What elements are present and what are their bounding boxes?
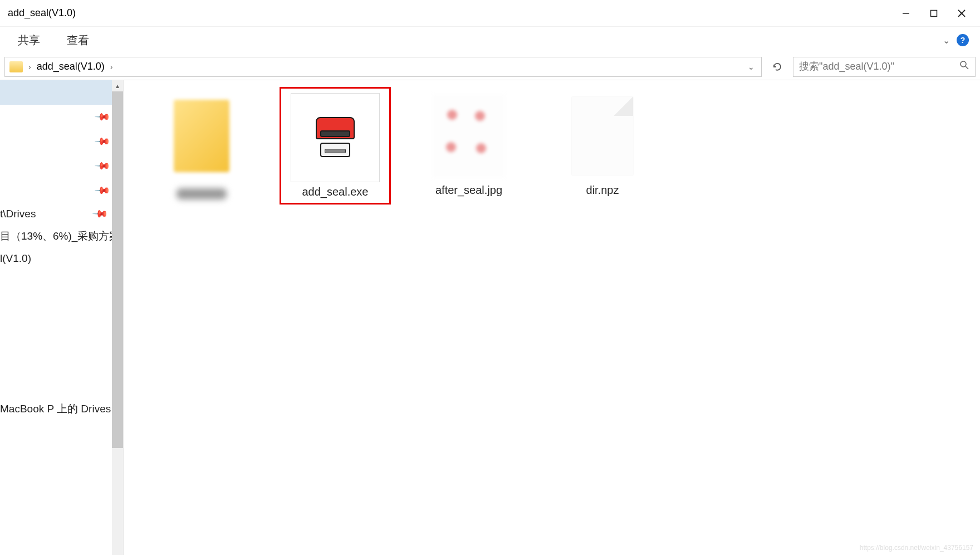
image-thumb [424,91,513,181]
file-name: dir.npz [586,184,619,197]
sidebar-item-label: t\Drives [0,208,36,220]
pin-icon: 📌 [91,205,109,222]
file-item-add-seal-exe[interactable]: add_seal.exe [280,87,391,205]
svg-point-4 [961,61,966,67]
sidebar-item-drives[interactable]: t\Drives 📌 [0,203,123,225]
sidebar-pinned-item[interactable]: 📌 [0,178,123,203]
sidebar-item-label: MacBook P 上的 Drives [0,402,111,416]
folder-thumb [157,91,246,181]
menu-share[interactable]: 共享 [18,33,40,48]
file-item-after-seal-jpg[interactable]: after_seal.jpg [413,87,525,201]
file-name: add_seal.exe [302,186,369,198]
help-icon[interactable]: ? [957,34,969,46]
titlebar: add_seal(V1.0) [0,0,980,27]
minimize-button[interactable] [892,3,920,23]
sidebar-item-project[interactable]: 目（13%、6%)_采购方案 [0,225,123,247]
sidebar-pinned-item[interactable]: 📌 [0,105,123,129]
file-name: after_seal.jpg [435,184,502,197]
file-item-folder-blurred[interactable] [146,87,257,204]
sidebar-pinned-item[interactable]: 📌 [0,154,123,178]
search-box[interactable] [793,57,976,77]
window-title: add_seal(V1.0) [4,7,892,19]
breadcrumb-sep-icon: › [110,62,113,71]
pin-icon: 📌 [94,133,111,150]
menu-view[interactable]: 查看 [67,33,89,48]
stamp-icon [312,115,358,160]
content-area: 📌 📌 📌 📌 t\Drives 📌 目（13%、6%)_采购方案 l(V1.0… [0,80,980,555]
file-list: add_seal.exe after_seal.jpg dir.npz [124,80,980,555]
svg-rect-1 [931,10,937,16]
refresh-button[interactable] [768,58,786,76]
search-input[interactable] [799,61,959,72]
pin-icon: 📌 [94,108,111,125]
file-item-dir-npz[interactable]: dir.npz [547,87,658,201]
pin-icon: 📌 [94,182,111,199]
watermark: https://blog.csdn.net/weixin_43756157 [860,544,973,552]
sidebar-item-label: l(V1.0) [0,252,31,265]
folder-icon [9,61,23,72]
sidebar-item-label: 目（13%、6%)_采购方案 [0,229,120,244]
page-fold-icon [614,97,633,116]
file-name-blurred [177,188,227,199]
menubar-right: ⌄ ? [943,34,969,46]
sidebar-scrollbar[interactable]: ▴ [112,80,123,555]
scrollbar-thumb[interactable] [112,91,123,448]
blank-file-thumb [558,91,647,181]
exe-thumb [291,93,380,182]
breadcrumb-folder[interactable]: add_seal(V1.0) [37,61,105,72]
navigation-pane: 📌 📌 📌 📌 t\Drives 📌 目（13%、6%)_采购方案 l(V1.0… [0,80,124,555]
maximize-button[interactable] [920,3,948,23]
sidebar-item-seal[interactable]: l(V1.0) [0,247,123,270]
chevron-down-icon[interactable]: ⌄ [943,35,950,46]
address-bar[interactable]: › add_seal(V1.0) › ⌄ [4,57,762,77]
navigation-bar: › add_seal(V1.0) › ⌄ [0,53,980,80]
sidebar-item-macbook-drives[interactable]: MacBook P 上的 Drives [0,398,123,420]
address-dropdown-icon[interactable]: ⌄ [748,62,754,71]
window-controls [892,3,976,23]
pin-icon: 📌 [94,157,111,174]
sidebar-quick-access[interactable] [0,80,123,105]
sidebar-pinned-item[interactable]: 📌 [0,129,123,154]
close-button[interactable] [948,3,976,23]
svg-line-5 [966,66,968,69]
ribbon-menu: 共享 查看 ⌄ ? [0,27,980,53]
search-icon[interactable] [959,60,969,73]
breadcrumb-sep-icon: › [28,62,31,71]
scroll-up-icon[interactable]: ▴ [112,80,123,91]
